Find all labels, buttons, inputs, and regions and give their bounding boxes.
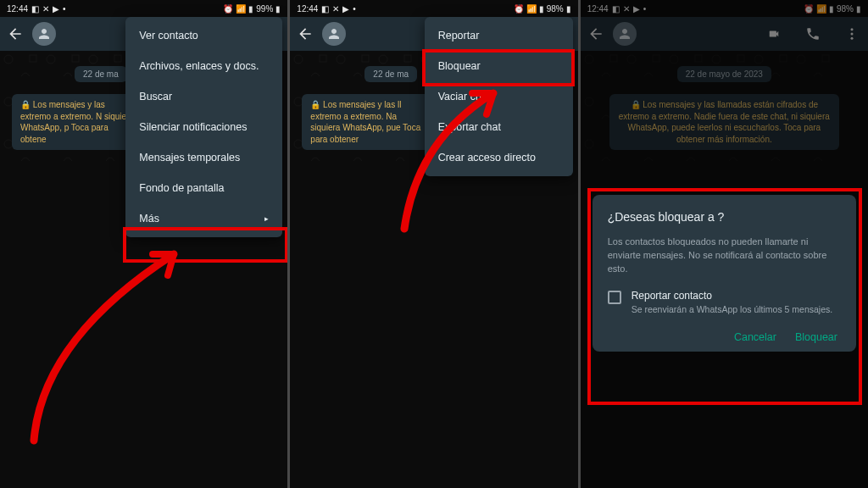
dialog-body: Los contactos bloqueados no pueden llama… bbox=[608, 236, 841, 276]
chevron-right-icon: ▸ bbox=[264, 214, 269, 223]
menu-ver-contacto[interactable]: Ver contacto bbox=[125, 20, 282, 51]
menu-buscar[interactable]: Buscar bbox=[125, 81, 282, 112]
avatar[interactable] bbox=[322, 22, 346, 46]
menu-acceso-directo[interactable]: Crear acceso directo bbox=[425, 142, 573, 173]
menu-fondo[interactable]: Fondo de pantalla bbox=[125, 173, 282, 203]
date-chip: 22 de ma bbox=[364, 66, 417, 82]
dot-icon: • bbox=[63, 4, 66, 14]
video-call-button[interactable] bbox=[765, 25, 783, 43]
youtube-icon: ▶ bbox=[53, 4, 59, 14]
youtube-icon: ▶ bbox=[342, 4, 349, 14]
svg-point-5 bbox=[850, 33, 853, 36]
alarm-icon: ⏰ bbox=[514, 4, 524, 14]
battery-icon: ▮ bbox=[856, 4, 861, 14]
battery-icon: ▮ bbox=[275, 4, 281, 14]
menu-exportar[interactable]: Exportar chat bbox=[425, 112, 573, 142]
battery-icon: ▮ bbox=[566, 4, 571, 14]
chat-header bbox=[581, 17, 868, 51]
date-chip: 22 de mayo de 2023 bbox=[677, 66, 771, 82]
cancel-button[interactable]: Cancelar bbox=[734, 331, 776, 343]
back-button[interactable] bbox=[587, 25, 604, 42]
block-button[interactable]: Bloquear bbox=[795, 331, 837, 343]
bird-icon: ✕ bbox=[623, 4, 630, 14]
more-options-button[interactable] bbox=[843, 25, 861, 43]
gallery-icon: ◧ bbox=[612, 4, 620, 14]
menu-silenciar[interactable]: Silenciar notificaciones bbox=[125, 112, 282, 142]
signal-icon: ▮ bbox=[248, 4, 253, 14]
svg-point-4 bbox=[850, 28, 853, 30]
wifi-icon: 📶 bbox=[816, 4, 826, 14]
status-time: 12:44 bbox=[7, 4, 28, 14]
wifi-icon: 📶 bbox=[526, 4, 537, 14]
alarm-icon: ⏰ bbox=[223, 4, 233, 14]
encryption-notice[interactable]: 🔒 Los mensajes y las ll extremo a extrem… bbox=[302, 94, 434, 150]
back-button[interactable] bbox=[297, 25, 314, 42]
status-time: 12:44 bbox=[297, 4, 318, 14]
signal-icon: ▮ bbox=[829, 4, 834, 14]
battery-percent: 99% bbox=[256, 4, 273, 14]
screenshot-3: 12:44 ◧ ✕ ▶ • ⏰ 📶 ▮ 98% ▮ 22 de mayo de … bbox=[581, 0, 868, 488]
block-dialog: ¿Deseas bloquear a ? Los contactos bloqu… bbox=[593, 195, 856, 352]
battery-percent: 98% bbox=[837, 4, 854, 14]
screenshot-2: 12:44 ◧ ✕ ▶ • ⏰ 📶 ▮ 98% ▮ 22 de ma 🔒 Los… bbox=[290, 0, 577, 488]
report-checkbox[interactable] bbox=[608, 291, 621, 304]
voice-call-button[interactable] bbox=[804, 25, 822, 43]
alarm-icon: ⏰ bbox=[804, 4, 814, 14]
gallery-icon: ◧ bbox=[321, 4, 329, 14]
status-time: 12:44 bbox=[587, 4, 609, 14]
gallery-icon: ◧ bbox=[31, 4, 39, 14]
back-button[interactable] bbox=[7, 25, 24, 42]
battery-percent: 98% bbox=[547, 4, 564, 14]
status-bar: 12:44 ◧ ✕ ▶ • ⏰ 📶 ▮ 98% ▮ bbox=[581, 0, 868, 17]
encryption-notice[interactable]: 🔒 Los mensajes y las extremo a extremo. … bbox=[12, 94, 144, 150]
bird-icon: ✕ bbox=[332, 4, 339, 14]
report-label: Reportar contacto bbox=[632, 290, 833, 302]
avatar[interactable] bbox=[613, 22, 637, 46]
status-bar: 12:44 ◧ ✕ ▶ • ⏰ 📶 ▮ 98% ▮ bbox=[290, 0, 577, 17]
signal-icon: ▮ bbox=[539, 4, 544, 14]
avatar[interactable] bbox=[32, 22, 56, 46]
svg-point-6 bbox=[850, 37, 853, 40]
menu-reportar[interactable]: Reportar bbox=[425, 20, 573, 51]
encryption-notice[interactable]: 🔒 Los mensajes y las llamadas están cifr… bbox=[609, 94, 839, 150]
bird-icon: ✕ bbox=[42, 4, 49, 14]
wifi-icon: 📶 bbox=[236, 4, 246, 14]
menu-mas[interactable]: Más▸ bbox=[125, 203, 282, 234]
menu-vaciar[interactable]: Vaciar chat bbox=[425, 81, 573, 112]
date-chip: 22 de ma bbox=[75, 66, 127, 82]
screenshot-1: 12:44 ◧ ✕ ▶ • ⏰ 📶 ▮ 99% ▮ 22 de ma 🔒 Los… bbox=[0, 0, 287, 488]
menu-archivos[interactable]: Archivos, enlaces y docs. bbox=[125, 51, 282, 81]
dot-icon: • bbox=[353, 4, 356, 14]
menu-bloquear[interactable]: Bloquear bbox=[425, 51, 573, 81]
submenu-mas: Reportar Bloquear Vaciar chat Exportar c… bbox=[425, 17, 573, 176]
youtube-icon: ▶ bbox=[633, 4, 640, 14]
options-menu: Ver contacto Archivos, enlaces y docs. B… bbox=[125, 17, 282, 237]
menu-temporales[interactable]: Mensajes temporales bbox=[125, 142, 282, 173]
dot-icon: • bbox=[643, 4, 647, 14]
status-bar: 12:44 ◧ ✕ ▶ • ⏰ 📶 ▮ 99% ▮ bbox=[0, 0, 287, 17]
report-sublabel: Se reenviarán a WhatsApp los últimos 5 m… bbox=[632, 303, 833, 316]
dialog-title: ¿Deseas bloquear a ? bbox=[608, 210, 841, 224]
